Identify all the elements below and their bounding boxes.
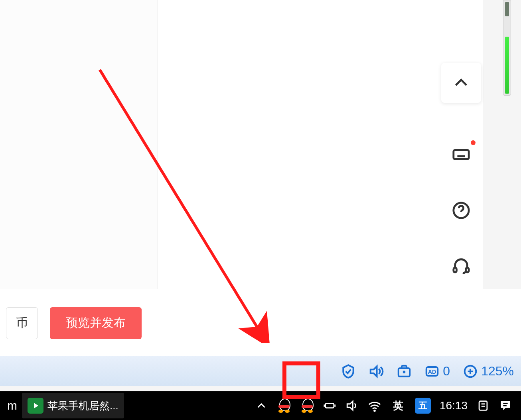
qq-icon-1[interactable] [277, 398, 291, 414]
message-icon [499, 399, 512, 412]
app-icon [28, 398, 43, 414]
volume-tray[interactable] [345, 399, 359, 412]
chevron-up-icon [452, 74, 470, 92]
left-panel [0, 0, 158, 289]
zoom-in-icon [463, 364, 478, 379]
action-center[interactable] [499, 399, 512, 412]
wifi-icon [368, 399, 381, 412]
shield-icon [341, 364, 356, 379]
zoom-label: 125% [481, 364, 514, 379]
extension-status[interactable] [397, 364, 412, 379]
battery-status[interactable] [323, 399, 337, 412]
penguin-icon [300, 398, 314, 414]
notification-center[interactable] [476, 399, 490, 412]
svg-point-24 [374, 410, 375, 411]
publish-button[interactable]: 预览并发布 [50, 307, 142, 339]
help-button[interactable] [441, 190, 481, 230]
windows-taskbar: m 苹果手机居然... 英 五 16:13 [0, 391, 521, 420]
volume-indicator[interactable] [503, 0, 511, 96]
ad-blocker-status[interactable]: AD 0 [424, 364, 450, 379]
ime-language[interactable]: 英 [390, 398, 406, 414]
svg-rect-8 [454, 268, 457, 273]
side-toolbar [441, 63, 481, 286]
secondary-button[interactable]: 币 [6, 307, 38, 339]
svg-marker-19 [34, 403, 38, 408]
sound-status[interactable] [369, 364, 384, 379]
svg-text:AD: AD [428, 369, 436, 375]
scroll-top-button[interactable] [441, 63, 481, 103]
volume-handle [505, 2, 509, 16]
taskbar-clock[interactable]: 16:13 [440, 399, 468, 412]
svg-rect-20 [326, 403, 334, 408]
system-tray: 英 五 16:13 [249, 398, 518, 414]
keyboard-icon [452, 145, 470, 164]
svg-rect-0 [454, 150, 469, 159]
speaker-icon [345, 399, 359, 412]
keyboard-button[interactable] [441, 135, 481, 175]
ad-icon: AD [424, 364, 440, 379]
notification-dot [471, 140, 476, 145]
svg-marker-10 [371, 366, 377, 376]
secondary-button-label: 币 [16, 315, 28, 331]
ad-count: 0 [443, 364, 450, 379]
ime-method[interactable]: 五 [415, 398, 431, 414]
support-button[interactable] [441, 246, 481, 286]
browser-status-bar: AD 0 125% [0, 356, 521, 386]
chevron-up-icon [255, 399, 268, 412]
tray-expand[interactable] [255, 399, 268, 412]
taskbar-left-fragment: m [3, 399, 21, 412]
right-panel [158, 0, 483, 289]
headset-icon [452, 257, 470, 275]
wifi-tray[interactable] [368, 399, 381, 412]
publish-button-label: 预览并发布 [66, 315, 126, 331]
notes-icon [476, 399, 490, 412]
briefcase-icon [397, 364, 412, 379]
penguin-icon [277, 398, 291, 414]
bottom-toolbar: 币 预览并发布 [0, 289, 521, 357]
battery-icon [323, 399, 337, 412]
help-icon [452, 201, 470, 220]
app-title: 苹果手机居然... [47, 399, 118, 413]
qq-icon-2[interactable] [300, 398, 314, 414]
speaker-icon [369, 364, 384, 379]
taskbar-app-item[interactable]: 苹果手机居然... [22, 393, 124, 418]
svg-rect-9 [466, 268, 469, 273]
shield-status[interactable] [341, 364, 356, 379]
zoom-status[interactable]: 125% [463, 364, 514, 379]
volume-level [505, 37, 509, 94]
main-content [0, 0, 483, 289]
svg-marker-23 [347, 401, 353, 410]
